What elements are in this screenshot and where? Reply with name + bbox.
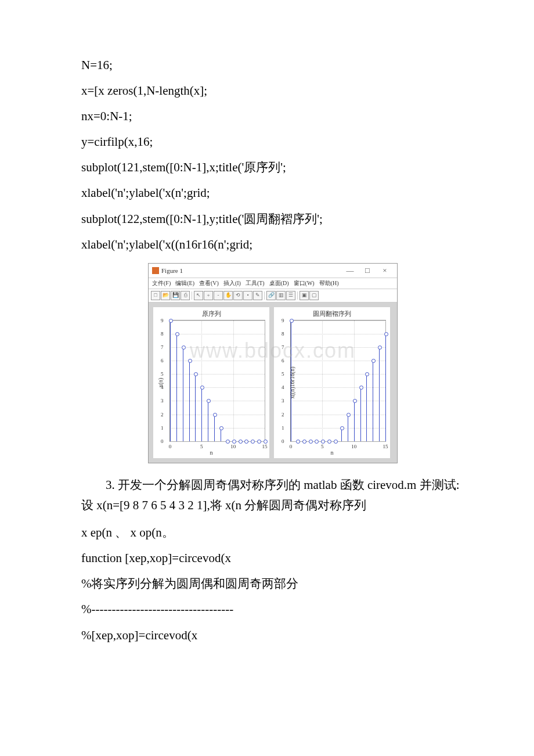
zoom-out-icon[interactable]: - bbox=[214, 291, 223, 300]
rotate-icon[interactable]: ⟲ bbox=[233, 291, 243, 300]
x-axis-label: n bbox=[331, 449, 334, 456]
figure-toolbar: □ 📂 💾 ⎙ ↖ + - ✋ ⟲ • ✎ 🔗 ▥ ☰ ▣ ▢ bbox=[149, 289, 397, 303]
figure-menubar: 文件(F) 编辑(E) 查看(V) 插入(I) 工具(T) 桌面(D) 窗口(W… bbox=[149, 278, 397, 289]
menu-insert[interactable]: 插入(I) bbox=[223, 279, 241, 287]
matlab-icon bbox=[152, 267, 159, 274]
y-axis-label: x((n)16r16(n) bbox=[289, 366, 295, 398]
code-line: y=cirfilp(x,16; bbox=[81, 129, 464, 154]
menu-file[interactable]: 文件(F) bbox=[152, 279, 171, 287]
legend-icon[interactable]: ☰ bbox=[286, 291, 295, 300]
menu-help[interactable]: 帮助(H) bbox=[319, 279, 339, 287]
matlab-figure-screenshot: Figure 1 — □ × 文件(F) 编辑(E) 查看(V) 插入(I) 工… bbox=[148, 263, 398, 463]
dock-icon[interactable]: ▣ bbox=[300, 291, 309, 300]
maximize-icon[interactable]: □ bbox=[359, 266, 376, 275]
code-line: xlabel('n';ylabel('x((n16r16(n';grid; bbox=[81, 232, 464, 257]
menu-tools[interactable]: 工具(T) bbox=[246, 279, 265, 287]
separator-icon bbox=[297, 291, 298, 300]
figure-title: Figure 1 bbox=[161, 267, 341, 274]
colorbar-icon[interactable]: ▥ bbox=[276, 291, 286, 300]
figure-titlebar: Figure 1 — □ × bbox=[149, 264, 397, 278]
menu-view[interactable]: 查看(V) bbox=[199, 279, 219, 287]
code-line: function [xep,xop]=circevod(x bbox=[81, 545, 464, 571]
code-line: nx=0:N-1; bbox=[81, 103, 464, 129]
plot-title: 圆周翻褶序列 bbox=[274, 307, 390, 319]
question-3-code: x ep(n 、 x op(n。 function [xep,xop]=circ… bbox=[81, 520, 464, 647]
save-icon[interactable]: 💾 bbox=[171, 291, 180, 300]
x-axis-label: n bbox=[210, 449, 213, 456]
separator-icon bbox=[264, 291, 265, 300]
menu-window[interactable]: 窗口(W) bbox=[294, 279, 315, 287]
code-line: %----------------------------------- bbox=[81, 596, 464, 622]
subplot-left: 原序列 0123456789051015 n x(n) bbox=[153, 307, 269, 458]
menu-desktop[interactable]: 桌面(D) bbox=[269, 279, 289, 287]
menu-edit[interactable]: 编辑(E) bbox=[175, 279, 194, 287]
pointer-icon[interactable]: ↖ bbox=[194, 291, 203, 300]
code-line: subplot(121,stem([0:N-1],x;title('原序列'; bbox=[81, 154, 464, 180]
subplot-right: 圆周翻褶序列 0123456789051015 n x((n)16r16(n) bbox=[274, 307, 390, 458]
y-axis-label: x(n) bbox=[157, 377, 164, 387]
plot-title: 原序列 bbox=[153, 307, 269, 319]
undock-icon[interactable]: ▢ bbox=[309, 291, 319, 300]
brush-icon[interactable]: ✎ bbox=[253, 291, 262, 300]
close-icon[interactable]: × bbox=[376, 266, 394, 275]
code-line: subplot(122,stem([0:N-1],y;title('圆周翻褶序列… bbox=[81, 206, 464, 232]
separator-icon bbox=[192, 291, 192, 300]
plot-area: 0123456789051015 bbox=[290, 320, 386, 442]
figure-window: Figure 1 — □ × 文件(F) 编辑(E) 查看(V) 插入(I) 工… bbox=[148, 263, 398, 463]
print-icon[interactable]: ⎙ bbox=[181, 291, 190, 300]
zoom-in-icon[interactable]: + bbox=[204, 291, 213, 300]
open-icon[interactable]: 📂 bbox=[161, 291, 170, 300]
code-line: xlabel('n';ylabel('x(n';grid; bbox=[81, 180, 464, 206]
document-page: N=16; x=[x zeros(1,N-length(x]; nx=0:N-1… bbox=[0, 0, 534, 683]
plot-area: 0123456789051015 bbox=[169, 320, 265, 442]
minimize-icon[interactable]: — bbox=[341, 266, 359, 275]
code-line: x ep(n 、 x op(n。 bbox=[81, 520, 464, 545]
link-icon[interactable]: 🔗 bbox=[266, 291, 276, 300]
question-3-prompt: 3. 开发一个分解圆周奇偶对称序列的 matlab 函数 cirevod.m 并… bbox=[81, 475, 464, 516]
datatip-icon[interactable]: • bbox=[243, 291, 252, 300]
code-line: N=16; bbox=[81, 52, 464, 78]
code-line: x=[x zeros(1,N-length(x]; bbox=[81, 78, 464, 103]
new-icon[interactable]: □ bbox=[151, 291, 160, 300]
pan-icon[interactable]: ✋ bbox=[223, 291, 233, 300]
figure-body: 原序列 0123456789051015 n x(n) 圆周翻褶序列 01234… bbox=[149, 303, 397, 463]
code-line: %将实序列分解为圆周偶和圆周奇两部分 bbox=[81, 571, 464, 596]
code-line: %[xep,xop]=circevod(x bbox=[81, 622, 464, 648]
